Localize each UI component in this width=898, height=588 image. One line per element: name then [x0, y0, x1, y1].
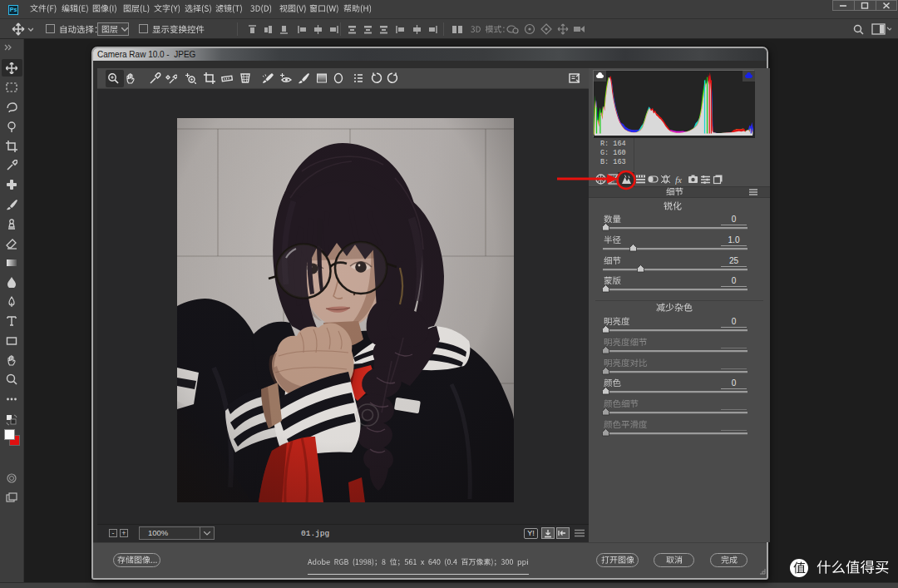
svg-text:fx: fx: [675, 175, 682, 185]
